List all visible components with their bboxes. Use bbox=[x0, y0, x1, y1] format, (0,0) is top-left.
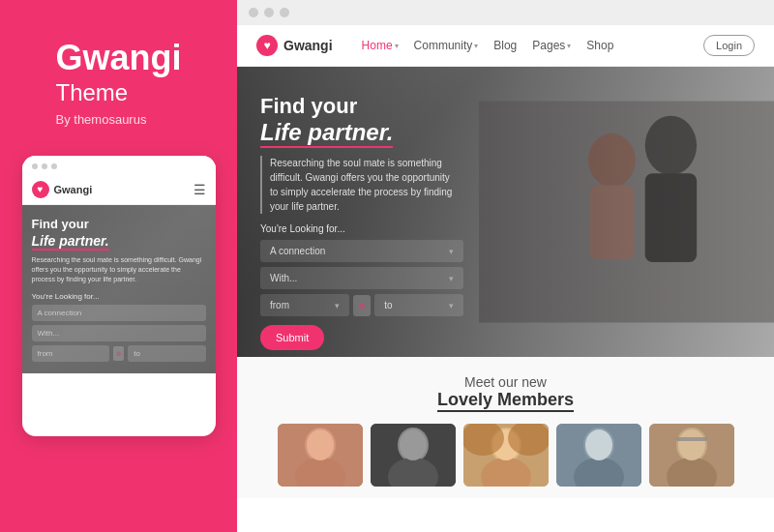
home-chevron-icon: ▾ bbox=[395, 42, 399, 50]
member-card-1[interactable] bbox=[278, 424, 363, 487]
brand-title: Gwangi bbox=[55, 39, 181, 77]
mobile-logo-text: Gwangi bbox=[54, 184, 93, 195]
hero-arrow-icon: » bbox=[353, 295, 372, 316]
site-nav: ♥ Gwangi Home ▾ Community ▾ Blog Pages ▾ bbox=[237, 25, 774, 67]
brand-subtitle: Theme bbox=[55, 79, 181, 106]
mobile-select-connection[interactable]: A connection bbox=[32, 305, 206, 321]
mobile-hero: Find your Life partner. Researching the … bbox=[22, 205, 216, 373]
hero-select-from[interactable]: from ▾ bbox=[260, 294, 349, 316]
submit-button[interactable]: Submit bbox=[260, 325, 324, 350]
member-card-2[interactable] bbox=[371, 424, 456, 487]
svg-rect-28 bbox=[676, 437, 707, 441]
from-chevron-icon: ▾ bbox=[335, 301, 340, 310]
mobile-hero-desc: Researching the soul mate is something d… bbox=[32, 255, 206, 283]
member-photo-3 bbox=[463, 424, 549, 487]
mobile-dot-3 bbox=[51, 163, 57, 169]
mobile-age-row: from » to bbox=[32, 345, 206, 362]
to-chevron-icon: ▾ bbox=[449, 301, 454, 310]
mobile-browser-dots bbox=[22, 156, 216, 177]
browser-dot-3 bbox=[280, 8, 289, 17]
mobile-logo-icon: ♥ bbox=[32, 181, 49, 198]
svg-point-13 bbox=[400, 429, 427, 460]
mobile-arrow-icon: » bbox=[113, 346, 125, 361]
hero-select-with[interactable]: With... ▾ bbox=[260, 267, 463, 289]
mobile-mockup: ♥ Gwangi ☰ Find your Life partner. Resea… bbox=[22, 156, 216, 436]
members-grid bbox=[256, 424, 755, 487]
site-logo-text: Gwangi bbox=[283, 38, 333, 53]
member-photo-5 bbox=[649, 424, 734, 487]
svg-point-9 bbox=[307, 429, 334, 460]
member-card-4[interactable] bbox=[556, 424, 641, 487]
hero-title-line2: Life partner. bbox=[260, 119, 393, 148]
mobile-hero-title-1: Find your bbox=[32, 217, 206, 233]
hero-age-row: from ▾ » to ▾ bbox=[260, 294, 463, 316]
site-hero: Find your Life partner. Researching the … bbox=[237, 67, 774, 357]
nav-pages[interactable]: Pages ▾ bbox=[532, 39, 571, 52]
left-panel: Gwangi Theme By themosaurus ♥ Gwangi ☰ F… bbox=[0, 0, 237, 532]
mobile-dot-1 bbox=[32, 163, 38, 169]
hero-content: Find your Life partner. Researching the … bbox=[237, 67, 774, 357]
mobile-menu-icon[interactable]: ☰ bbox=[194, 182, 206, 197]
members-meet-text: Meet our new bbox=[256, 374, 755, 390]
member-card-5[interactable] bbox=[649, 424, 734, 487]
site-nav-links: Home ▾ Community ▾ Blog Pages ▾ Shop Log… bbox=[362, 35, 755, 56]
hero-desc: Researching the soul mate is something d… bbox=[260, 156, 454, 214]
browser-dot-2 bbox=[264, 8, 274, 17]
login-button[interactable]: Login bbox=[703, 35, 755, 56]
connection-chevron-icon: ▾ bbox=[449, 247, 454, 256]
browser-dot-1 bbox=[249, 8, 258, 17]
site-logo: ♥ Gwangi bbox=[256, 35, 333, 56]
hero-title-line1: Find your bbox=[260, 94, 751, 119]
member-card-3[interactable] bbox=[463, 424, 549, 487]
hero-select-to[interactable]: to ▾ bbox=[374, 294, 463, 316]
community-chevron-icon: ▾ bbox=[474, 42, 478, 50]
browser-chrome bbox=[237, 0, 774, 25]
member-photo-4 bbox=[556, 424, 641, 487]
hero-form: A connection ▾ With... ▾ from ▾ » bbox=[260, 240, 463, 350]
mobile-select-with[interactable]: With... bbox=[32, 325, 206, 341]
hero-looking-label: You're Looking for... bbox=[260, 223, 751, 234]
members-section: Meet our new Lovely Members bbox=[237, 357, 774, 498]
with-chevron-icon: ▾ bbox=[449, 274, 454, 283]
mobile-looking-label: You're Looking for... bbox=[32, 292, 206, 301]
mobile-select-to[interactable]: to bbox=[128, 345, 205, 362]
nav-community[interactable]: Community ▾ bbox=[414, 39, 479, 52]
svg-point-27 bbox=[678, 429, 705, 460]
mobile-hero-content: Find your Life partner. Researching the … bbox=[32, 217, 206, 362]
nav-blog[interactable]: Blog bbox=[493, 39, 517, 52]
website-mockup: ♥ Gwangi Home ▾ Community ▾ Blog Pages ▾ bbox=[237, 25, 774, 532]
mobile-hero-title-2: Life partner. bbox=[32, 233, 109, 251]
brand-section: Gwangi Theme By themosaurus bbox=[55, 39, 181, 127]
nav-shop[interactable]: Shop bbox=[586, 39, 613, 52]
mobile-dot-2 bbox=[42, 163, 47, 169]
nav-home[interactable]: Home ▾ bbox=[362, 39, 399, 52]
svg-point-23 bbox=[585, 429, 612, 460]
site-logo-icon: ♥ bbox=[256, 35, 278, 56]
mobile-logo: ♥ Gwangi bbox=[32, 181, 93, 198]
member-photo-2 bbox=[371, 424, 456, 487]
members-lovely-text: Lovely Members bbox=[437, 390, 574, 412]
brand-by: By themosaurus bbox=[55, 112, 181, 127]
mobile-select-from[interactable]: from bbox=[32, 345, 109, 362]
right-panel: ♥ Gwangi Home ▾ Community ▾ Blog Pages ▾ bbox=[237, 0, 774, 532]
member-photo-1 bbox=[278, 424, 363, 487]
members-title: Meet our new Lovely Members bbox=[256, 374, 755, 412]
pages-chevron-icon: ▾ bbox=[567, 42, 571, 50]
mobile-header: ♥ Gwangi ☰ bbox=[22, 177, 216, 205]
hero-select-connection[interactable]: A connection ▾ bbox=[260, 240, 463, 262]
